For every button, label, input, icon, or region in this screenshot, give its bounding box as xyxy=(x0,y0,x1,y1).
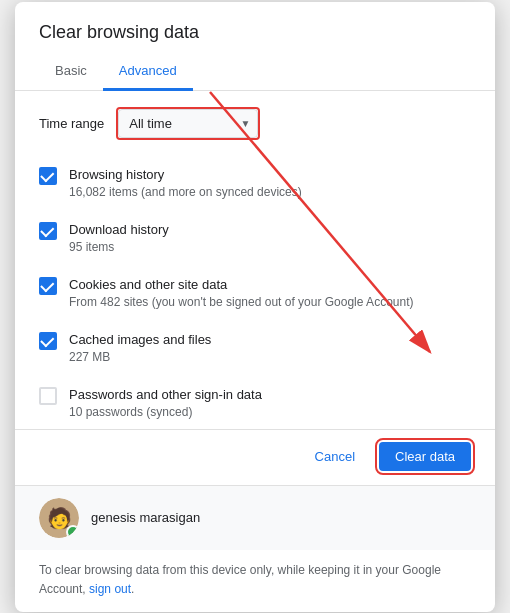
time-range-select[interactable]: All time Last 4 weeks Last 7 days Last 2… xyxy=(118,109,258,138)
note-section: To clear browsing data from this device … xyxy=(15,550,495,612)
cancel-button[interactable]: Cancel xyxy=(299,442,371,471)
checkbox-browsing-history[interactable] xyxy=(39,167,57,185)
clear-data-button[interactable]: Clear data xyxy=(379,442,471,471)
list-item: Cached images and files 227 MB xyxy=(39,321,471,374)
item-subtitle: 95 items xyxy=(69,240,169,254)
checkbox-cached-images[interactable] xyxy=(39,332,57,350)
item-subtitle: 10 passwords (synced) xyxy=(69,405,262,419)
item-subtitle: 227 MB xyxy=(69,350,211,364)
tabs-bar: Basic Advanced xyxy=(15,55,495,91)
item-subtitle: 16,082 items (and more on synced devices… xyxy=(69,185,302,199)
list-item: Browsing history 16,082 items (and more … xyxy=(39,156,471,209)
checkbox-passwords[interactable] xyxy=(39,387,57,405)
clear-browsing-data-dialog: Clear browsing data Basic Advanced Time … xyxy=(15,2,495,612)
checkbox-download-history[interactable] xyxy=(39,222,57,240)
time-range-label: Time range xyxy=(39,116,104,131)
tab-advanced[interactable]: Advanced xyxy=(103,55,193,91)
dialog-title: Clear browsing data xyxy=(15,2,495,55)
dialog-footer: Cancel Clear data xyxy=(15,429,495,485)
dialog-body: Time range All time Last 4 weeks Last 7 … xyxy=(15,91,495,421)
item-title: Download history xyxy=(69,221,169,239)
note-text: To clear browsing data from this device … xyxy=(39,563,441,596)
item-title: Cookies and other site data xyxy=(69,276,413,294)
account-name: genesis marasigan xyxy=(91,510,200,525)
list-item: Cookies and other site data From 482 sit… xyxy=(39,266,471,319)
note-suffix: . xyxy=(131,582,134,596)
item-title: Passwords and other sign-in data xyxy=(69,386,262,404)
item-title: Cached images and files xyxy=(69,331,211,349)
item-subtitle: From 482 sites (you won't be signed out … xyxy=(69,295,413,309)
sign-out-link[interactable]: sign out xyxy=(89,582,131,596)
account-section: 🧑 genesis marasigan xyxy=(15,485,495,550)
avatar: 🧑 xyxy=(39,498,79,538)
time-range-row: Time range All time Last 4 weeks Last 7 … xyxy=(39,107,471,140)
time-range-select-wrapper: All time Last 4 weeks Last 7 days Last 2… xyxy=(116,107,260,140)
tab-basic[interactable]: Basic xyxy=(39,55,103,91)
avatar-badge xyxy=(66,525,79,538)
item-title: Browsing history xyxy=(69,166,302,184)
checkbox-cookies[interactable] xyxy=(39,277,57,295)
list-item: Download history 95 items xyxy=(39,211,471,264)
list-item: Passwords and other sign-in data 10 pass… xyxy=(39,376,471,420)
